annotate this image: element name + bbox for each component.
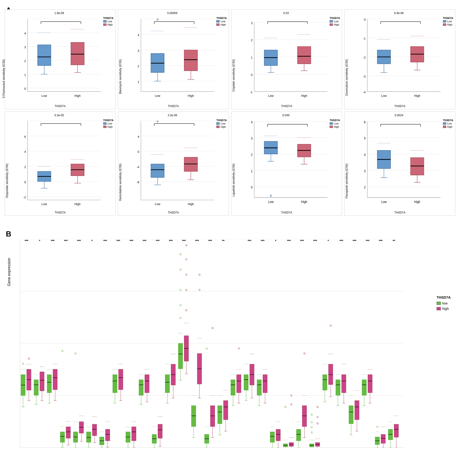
pval-pazo: 0.0024 xyxy=(395,114,403,117)
svg-text:***: *** xyxy=(130,239,133,243)
svg-rect-431 xyxy=(223,400,228,419)
svg-text:***: *** xyxy=(103,239,107,243)
panel-b-legend-label-low: low xyxy=(442,301,448,305)
svg-rect-372 xyxy=(165,375,170,393)
svg-rect-530 xyxy=(342,375,346,393)
svg-text:3: 3 xyxy=(24,45,26,49)
svg-text:***: *** xyxy=(248,239,251,243)
svg-5fu: 0 1 2 3 4 xyxy=(14,12,114,102)
legend-lapati: THSD7A Low High xyxy=(330,119,340,129)
svg-text:High: High xyxy=(74,94,81,97)
svg-text:Low: Low xyxy=(41,202,47,206)
svg-rect-317 xyxy=(92,424,97,436)
plot-etopo: 5.3e-05 Etoposide sensitivity (IC50) THS… xyxy=(5,111,116,216)
svg-rect-280 xyxy=(47,375,51,393)
svg-text:High: High xyxy=(414,200,420,204)
svg-text:4: 4 xyxy=(251,120,253,124)
svg-rect-462 xyxy=(263,375,267,393)
svg-text:Low: Low xyxy=(268,200,274,204)
svg-text:2: 2 xyxy=(24,165,26,169)
legend-doxo: THSD7A Low High xyxy=(443,17,453,26)
legend-5fu: THSD7A Low High xyxy=(103,17,114,26)
svg-lapati: 0 1 2 3 4 xyxy=(241,114,341,208)
svg-text:2: 2 xyxy=(137,64,139,68)
svg-text:***: *** xyxy=(300,239,304,243)
legend-box-low-5fu xyxy=(103,20,107,23)
svg-text:Low: Low xyxy=(41,94,47,97)
svg-text:1: 1 xyxy=(137,80,139,84)
svg-rect-156 xyxy=(184,157,197,171)
panel-b-chart-area: 0.0 2.5 5.0 7.5 10.0 *** * *** *** *** *… xyxy=(20,239,404,448)
svg-text:***: *** xyxy=(182,239,186,243)
svg-rect-519 xyxy=(329,364,333,385)
svg-text:6: 6 xyxy=(364,120,366,124)
svg-rect-75 xyxy=(297,47,311,64)
svg-text:***: *** xyxy=(195,239,199,243)
svg-rect-525 xyxy=(336,380,340,395)
legend-pazo: THSD7A Low High xyxy=(443,119,453,129)
svg-text:***: *** xyxy=(51,239,55,243)
legend-bleo: THSD7A Low High xyxy=(216,17,227,26)
svg-point-182 xyxy=(270,195,271,196)
panel-b-legend-title: THSD7A xyxy=(437,295,451,299)
svg-text:Low: Low xyxy=(381,94,387,97)
svg-text:3: 3 xyxy=(251,137,252,140)
svg-rect-296 xyxy=(66,427,70,438)
svg-text:Low: Low xyxy=(155,94,160,97)
xaxis-lapati: THSD7A xyxy=(281,211,292,214)
svg-rect-347 xyxy=(131,427,136,441)
panel-b-legend-box-high xyxy=(437,307,441,310)
svg-text:4: 4 xyxy=(24,150,26,153)
yaxis-doxo: Doxorubicin sensitivity (IC50) xyxy=(345,59,348,96)
svg-rect-312 xyxy=(86,432,91,442)
plot-doxo: 6.9e-06 Doxorubicin sensitivity (IC50) T… xyxy=(344,9,455,109)
svg-rect-327 xyxy=(105,429,110,441)
svg-text:High: High xyxy=(74,202,81,206)
svg-text:***: *** xyxy=(143,239,147,243)
panel-b-legend-item-low: low xyxy=(437,301,451,305)
svg-rect-367 xyxy=(158,424,163,438)
xaxis-gemci: THSD7A xyxy=(168,211,179,214)
svg-text:**: ** xyxy=(222,239,225,243)
svg-text:-1: -1 xyxy=(250,91,252,94)
svg-text:-1: -1 xyxy=(363,37,366,40)
yaxis-etopo: Etoposide sensitivity (IC50) xyxy=(5,164,9,198)
svg-text:***: *** xyxy=(353,239,356,243)
svg-gemci: -8 -4 0 4 xyxy=(128,114,228,208)
svg-text:***: *** xyxy=(169,239,173,243)
panel-b-svg: 0.0 2.5 5.0 7.5 10.0 *** * *** *** *** *… xyxy=(20,239,404,448)
plot-bleo: 0.00059 Bleomycin sensitivity (IC50) THS… xyxy=(118,9,229,109)
svg-text:4: 4 xyxy=(24,32,26,35)
svg-text:**: ** xyxy=(393,239,395,243)
svg-text:0: 0 xyxy=(137,150,139,153)
svg-text:0: 0 xyxy=(251,73,252,77)
svg-text:***: *** xyxy=(313,239,317,243)
svg-rect-419 xyxy=(210,406,215,426)
xaxis-5fu: THSD7A xyxy=(55,104,66,108)
panel-b-legend: THSD7A low high xyxy=(437,295,451,312)
xaxis-etopo: THSD7A xyxy=(55,211,66,214)
svg-text:High: High xyxy=(301,200,307,204)
plot-5fu: 1.9e-09 5-Fluorouracil sensitivity (IC50… xyxy=(5,9,116,109)
svg-bleo: 1 2 3 4 xyxy=(128,12,228,102)
xaxis-doxo: THSD7A xyxy=(394,104,405,108)
svg-point-149 xyxy=(157,121,158,122)
svg-text:***: *** xyxy=(117,239,120,243)
panel-b: B Gene expression 0.0 2.5 5.0 7.5 xyxy=(5,230,455,476)
svg-text:Low: Low xyxy=(268,94,274,97)
pval-doxo: 6.9e-06 xyxy=(394,11,404,15)
svg-rect-352 xyxy=(139,380,143,395)
svg-text:High: High xyxy=(301,94,307,97)
pval-gemci: 3.3e-06 xyxy=(168,114,177,117)
boxplot-grid: 1.9e-09 5-Fluorouracil sensitivity (IC50… xyxy=(5,5,455,216)
svg-rect-337 xyxy=(118,369,123,390)
svg-text:0: 0 xyxy=(251,185,252,189)
svg-text:***: *** xyxy=(64,239,68,243)
pval-5fu: 1.9e-09 xyxy=(54,11,64,15)
svg-text:2: 2 xyxy=(251,38,252,42)
svg-text:1: 1 xyxy=(24,73,26,77)
svg-text:-4: -4 xyxy=(363,91,366,94)
svg-text:*: * xyxy=(91,239,93,243)
pval-cisplatin: 0.03 xyxy=(283,11,289,15)
svg-rect-540 xyxy=(355,400,359,419)
